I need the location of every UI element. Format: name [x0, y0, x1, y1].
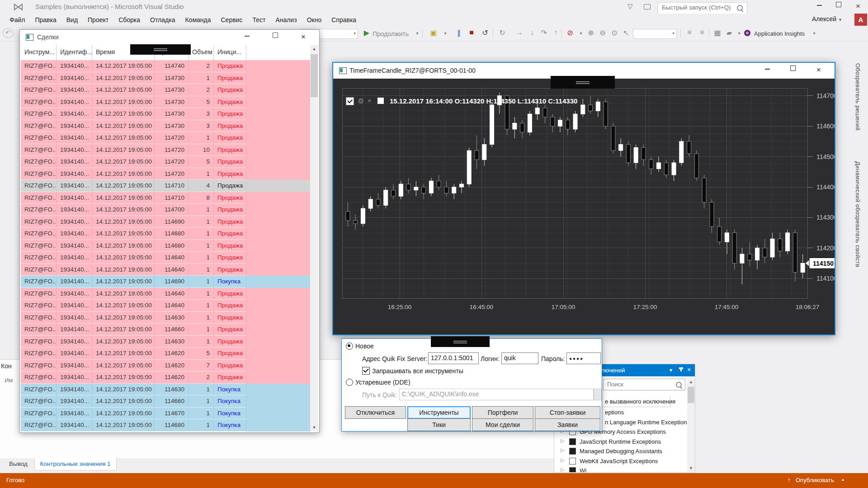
trade-row[interactable]: RIZ7@FO...1934140...14.12.2017 19:05:001…: [21, 324, 311, 336]
series-visible-checkbox[interactable]: [346, 97, 354, 105]
trade-row[interactable]: RIZ7@FO...1934140...14.12.2017 19:05:001…: [21, 96, 311, 108]
dialog-button-row2-2[interactable]: Мои сделки: [472, 418, 533, 431]
feedback-icon[interactable]: [644, 3, 651, 11]
scroll-down-icon[interactable]: ▼: [310, 424, 318, 432]
trades-titlebar[interactable]: Сделки ×: [20, 30, 319, 46]
exception-checkbox[interactable]: [569, 467, 576, 473]
tab-solution-explorer[interactable]: Обозреватель решений: [854, 63, 861, 131]
step-into-icon[interactable]: ↓: [527, 28, 537, 37]
exception-checkbox[interactable]: [569, 448, 576, 455]
trade-row[interactable]: RIZ7@FO...1934140...14.12.2017 19:05:001…: [21, 240, 311, 252]
scroll-up-icon[interactable]: ▲: [310, 45, 318, 53]
menu-item-анализ[interactable]: Анализ: [270, 14, 302, 25]
trade-row[interactable]: RIZ7@FO...1934140...14.12.2017 19:05:001…: [21, 120, 311, 132]
column-header[interactable]: Инструм...: [21, 45, 57, 60]
redaction-bar[interactable]: [551, 76, 615, 89]
trade-row[interactable]: RIZ7@FO...1934140...14.12.2017 19:05:001…: [21, 216, 311, 228]
pin-icon[interactable]: [680, 367, 682, 371]
address-input[interactable]: 127.0.0.1:5001: [428, 352, 479, 364]
trade-row[interactable]: RIZ7@FO...1934140...14.12.2017 19:05:001…: [21, 419, 311, 432]
chevron-down-icon[interactable]: ▾: [734, 31, 744, 36]
menu-item-сборка[interactable]: Сборка: [113, 14, 145, 25]
break-all-icon[interactable]: ∥: [454, 28, 464, 37]
restart-icon[interactable]: ↺: [480, 28, 490, 37]
stop-debug-icon[interactable]: ■: [467, 28, 476, 37]
menu-item-команда[interactable]: Команда: [180, 14, 216, 25]
application-insights-icon[interactable]: [744, 30, 750, 36]
trade-row[interactable]: RIZ7@FO...1934140...14.12.2017 19:05:001…: [21, 84, 311, 96]
trade-row[interactable]: RIZ7@FO...1934140...14.12.2017 19:05:001…: [21, 60, 311, 72]
gear-icon[interactable]: ⚙: [358, 97, 364, 105]
chart-close-button[interactable]: ×: [810, 65, 828, 76]
trade-row[interactable]: RIZ7@FO...1934140...14.12.2017 19:05:001…: [21, 108, 311, 120]
dialog-button-row2-1[interactable]: Тики: [407, 418, 471, 431]
trade-row[interactable]: RIZ7@FO...1934140...14.12.2017 19:05:001…: [21, 347, 311, 360]
request-all-checkbox[interactable]: [362, 367, 370, 375]
exception-scrollbar[interactable]: ▲ ▼: [687, 378, 695, 472]
scroll-thumb[interactable]: [311, 54, 318, 97]
scroll-up-icon[interactable]: ▲: [687, 378, 695, 386]
exception-search-box[interactable]: Поиск: [603, 379, 685, 390]
close-button[interactable]: ×: [850, 1, 866, 12]
zoom-level-combobox[interactable]: ▾: [633, 29, 677, 39]
exception-checkbox[interactable]: [569, 438, 576, 445]
step-out-icon[interactable]: ↑: [551, 28, 561, 37]
navigate-back-icon[interactable]: ↶: [3, 28, 14, 38]
publish-button[interactable]: Опубликовать: [796, 477, 834, 483]
menu-item-справка[interactable]: Справка: [326, 14, 361, 25]
trade-row[interactable]: RIZ7@FO...1934140...14.12.2017 19:05:001…: [21, 228, 311, 240]
dialog-button-1[interactable]: Отключиться: [345, 406, 406, 419]
quik-path-input[interactable]: C:\QUIK_AD\QUIK\info.exe: [399, 389, 594, 400]
menu-item-правка[interactable]: Правка: [30, 14, 61, 25]
menu-item-окно[interactable]: Окно: [302, 14, 327, 25]
exception-row[interactable]: ▷WebKit JavaScript Exceptions: [554, 456, 695, 466]
trade-row[interactable]: RIZ7@FO...1934140...14.12.2017 19:05:001…: [21, 288, 311, 300]
show-next-statement-icon[interactable]: →: [514, 28, 524, 37]
table-icon[interactable]: ▦: [712, 28, 722, 37]
menu-item-вид[interactable]: Вид: [61, 14, 83, 25]
chevron-down-icon[interactable]: ▾: [809, 31, 819, 36]
user-name[interactable]: Алексей ▼: [812, 15, 842, 23]
trade-row[interactable]: RIZ7@FO...1934140...14.12.2017 19:05:001…: [21, 132, 311, 144]
chevron-down-icon[interactable]: ▾: [412, 31, 422, 36]
trade-row[interactable]: RIZ7@FO...1934140...14.12.2017 19:05:001…: [21, 395, 311, 408]
continue-icon[interactable]: ▶: [362, 28, 372, 37]
trade-row[interactable]: RIZ7@FO...1934140...14.12.2017 19:05:001…: [21, 276, 311, 288]
expander-icon[interactable]: ▷: [561, 438, 564, 444]
panel-close-icon[interactable]: ×: [687, 366, 691, 373]
remove-series-icon[interactable]: ×: [368, 97, 372, 104]
exception-row[interactable]: ▷Managed Debugging Assistants: [554, 446, 695, 456]
chevron-down-icon[interactable]: ▾: [670, 367, 672, 373]
search-folder-icon[interactable]: ▣: [429, 28, 439, 37]
menu-item-файл[interactable]: Файл: [5, 14, 30, 25]
scroll-down-icon[interactable]: ▼: [687, 465, 695, 472]
trades-close-button[interactable]: ×: [294, 32, 312, 43]
trade-row[interactable]: RIZ7@FO...1934140...14.12.2017 19:05:001…: [21, 312, 311, 324]
chart-maximize-button[interactable]: [784, 65, 802, 76]
pan-icon[interactable]: ⊙: [609, 28, 619, 37]
refresh-icon[interactable]: ↻: [497, 28, 507, 37]
login-input[interactable]: quik: [501, 352, 538, 364]
series-color-swatch[interactable]: [377, 98, 384, 104]
minimize-button[interactable]: [811, 1, 827, 12]
continue-button[interactable]: Продолжить: [373, 30, 409, 38]
filter-icon[interactable]: ▽: [627, 2, 633, 10]
dialog-button-2[interactable]: Инструменты: [407, 406, 471, 419]
avatar[interactable]: А: [854, 14, 867, 26]
browse-button[interactable]: [594, 389, 602, 400]
select-cursor-icon[interactable]: ↖: [621, 28, 631, 37]
trade-row[interactable]: RIZ7@FO...1934140...14.12.2017 19:05:001…: [21, 156, 311, 168]
expander-icon[interactable]: ▷: [561, 447, 564, 453]
trades-minimize-button[interactable]: [238, 32, 256, 43]
column-header[interactable]: Идентиф...: [57, 45, 92, 60]
radio-legacy-dde[interactable]: [346, 379, 353, 386]
trade-row[interactable]: RIZ7@FO...1934140...14.12.2017 19:05:001…: [21, 371, 311, 384]
chevron-down-icon[interactable]: ▾: [576, 31, 586, 36]
bottom-tab-active[interactable]: Контрольные значения 1: [34, 458, 117, 470]
restore-button[interactable]: [831, 1, 846, 12]
trade-row[interactable]: RIZ7@FO...1934140...14.12.2017 19:05:001…: [21, 384, 311, 396]
exception-row[interactable]: ▷JavaScript Runtime Exceptions: [554, 436, 695, 446]
menu-item-отладка[interactable]: Отладка: [145, 14, 180, 25]
bottom-tab-inactive[interactable]: Вывод: [4, 458, 33, 470]
column-header[interactable]: Объем: [189, 45, 214, 60]
